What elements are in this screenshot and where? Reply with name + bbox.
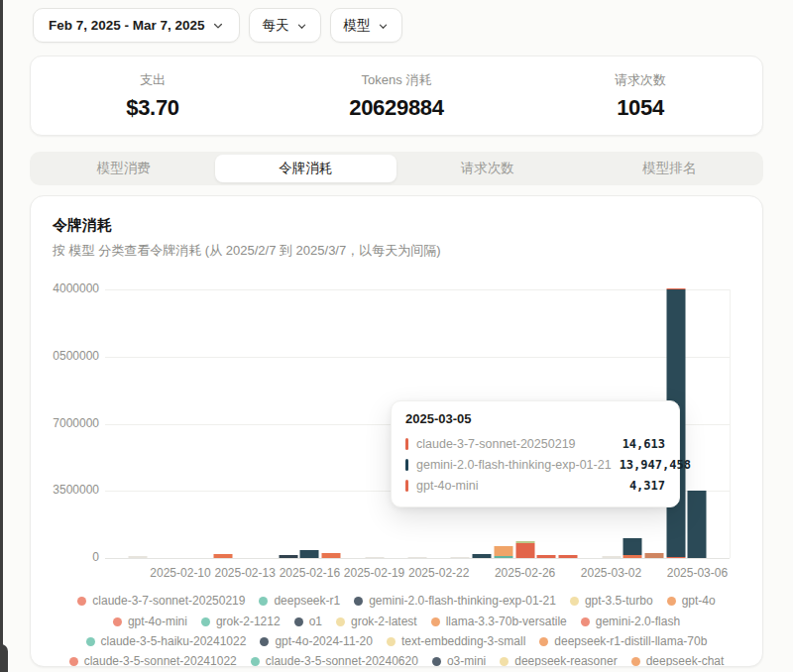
x-axis-tick-label: 2025-02-10	[150, 566, 210, 580]
bar-segment	[537, 555, 556, 558]
legend-dot-icon	[539, 637, 548, 646]
y-axis-tick-label: 7000000	[40, 416, 99, 430]
bar-segment	[279, 555, 297, 558]
legend-item[interactable]: deepseek-reasoner	[500, 652, 617, 667]
summary-stats-card: 支出 $3.70 Tokens 消耗 20629884 请求次数 1054	[30, 56, 763, 136]
legend-item[interactable]: grok-2-1212	[201, 613, 281, 631]
bar-2025-02-23[interactable]	[451, 557, 470, 558]
x-axis-tick-label: 2025-02-22	[408, 566, 469, 580]
bar-2025-03-04[interactable]	[644, 553, 663, 558]
bar-segment	[688, 491, 707, 558]
panel-title: 令牌消耗	[53, 216, 740, 235]
legend-item[interactable]: grok-2-latest	[336, 613, 417, 631]
bar-segment	[322, 553, 341, 558]
date-range-button[interactable]: Feb 7, 2025 - Mar 7, 2025	[33, 8, 240, 43]
legend-item[interactable]: llama-3.3-70b-versatile	[431, 613, 567, 631]
legend-item[interactable]: gpt-4o	[667, 592, 716, 611]
stat-spend: 支出 $3.70	[31, 71, 275, 121]
legend-item[interactable]: gemini-2.0-flash	[581, 613, 680, 631]
stat-tokens-value: 20629884	[275, 95, 518, 121]
bar-2025-02-27[interactable]	[537, 555, 556, 558]
legend-label: claude-3-7-sonnet-20250219	[92, 592, 245, 611]
bar-segment	[559, 555, 578, 558]
bar-segment	[365, 557, 384, 558]
legend-label: gpt-3.5-turbo	[585, 592, 653, 611]
legend-item[interactable]: deepseek-chat	[631, 652, 725, 667]
bar-2025-02-08[interactable]	[128, 556, 147, 558]
legend-item[interactable]: gpt-3.5-turbo	[570, 592, 653, 611]
legend-item[interactable]: claude-3-7-sonnet-20250219	[77, 592, 245, 611]
legend-row: claude-3-5-haiku-20241022gpt-4o-2024-11-…	[53, 631, 740, 651]
view-tabs: 模型消费令牌消耗请求次数模型排名	[30, 152, 763, 185]
interval-select-button[interactable]: 每天	[249, 8, 321, 43]
tooltip-row: claude-3-7-sonnet-2025021914,613	[405, 433, 665, 454]
legend-dot-icon	[667, 597, 676, 606]
stat-requests-value: 1054	[518, 95, 762, 121]
legend-dot-icon	[251, 657, 260, 666]
chevron-down-icon	[296, 21, 307, 32]
legend-label: text-embedding-3-small	[401, 632, 525, 651]
legend-item[interactable]: gpt-4o-2024-11-20	[260, 632, 373, 651]
legend-item[interactable]: gpt-4o-mini	[113, 613, 187, 631]
legend-row: gpt-4o-minigrok-2-1212o1grok-2-latestlla…	[53, 611, 740, 630]
bar-2025-02-19[interactable]	[365, 557, 384, 558]
tooltip-series-value: 4,317	[629, 479, 665, 493]
legend-label: claude-3-5-haiku-20241022	[101, 632, 247, 651]
legend-item[interactable]: deepseek-r1	[259, 592, 340, 611]
interval-label: 每天	[263, 17, 289, 35]
legend-dot-icon	[77, 597, 86, 606]
bar-segment	[602, 556, 621, 558]
x-axis-tick-label: 2025-02-13	[215, 566, 276, 580]
bar-2025-02-15[interactable]	[279, 555, 297, 558]
panel-subtitle: 按 模型 分类查看令牌消耗 (从 2025/2/7 到 2025/3/7，以每天…	[53, 242, 740, 260]
tab-model-ranking[interactable]: 模型排名	[579, 155, 761, 182]
legend-dot-icon	[336, 617, 345, 626]
bar-2025-03-06[interactable]	[688, 491, 707, 558]
legend-item[interactable]: claude-3-5-sonnet-20240620	[251, 652, 418, 667]
legend-dot-icon	[354, 597, 363, 606]
bar-segment	[623, 538, 642, 555]
tab-token-usage[interactable]: 令牌消耗	[215, 155, 397, 182]
tab-request-count[interactable]: 请求次数	[396, 155, 579, 182]
legend-dot-icon	[581, 617, 590, 626]
tooltip-row: gpt-4o-mini4,317	[405, 475, 665, 496]
legend-item[interactable]: o3-mini	[432, 652, 486, 667]
tab-model-cost[interactable]: 模型消费	[33, 155, 215, 182]
bar-2025-03-03[interactable]	[623, 538, 642, 558]
legend-dot-icon	[631, 657, 640, 666]
legend-item[interactable]: gemini-2.0-flash-thinking-exp-01-21	[354, 592, 556, 611]
tooltip-series-name: gpt-4o-mini	[416, 479, 479, 493]
legend-label: deepseek-chat	[646, 652, 725, 667]
legend-label: grok-2-1212	[216, 613, 281, 631]
legend-item[interactable]: claude-3-5-haiku-20241022	[86, 632, 247, 651]
bar-2025-02-21[interactable]	[408, 557, 427, 558]
group-by-select-button[interactable]: 模型	[330, 8, 402, 43]
bar-chart: 035000007000000050000040000002025-02-102…	[53, 274, 740, 585]
x-axis-tick-label: 2025-03-06	[667, 566, 728, 580]
legend-item[interactable]: deepseek-r1-distill-llama-70b	[539, 632, 707, 651]
stat-tokens: Tokens 消耗 20629884	[275, 71, 518, 121]
bar-2025-02-16[interactable]	[300, 550, 319, 558]
legend-item[interactable]: text-embedding-3-small	[387, 632, 525, 651]
bar-2025-02-26[interactable]	[515, 541, 534, 558]
bar-2025-02-24[interactable]	[473, 554, 492, 558]
bar-segment	[451, 557, 470, 558]
tooltip-series-name: gemini-2.0-flash-thinking-exp-01-21	[416, 458, 612, 472]
y-axis-tick-label: 3500000	[40, 483, 99, 497]
legend-label: deepseek-r1	[274, 592, 340, 611]
stat-tokens-label: Tokens 消耗	[275, 71, 518, 89]
legend-item[interactable]: o1	[294, 613, 322, 631]
bar-segment	[494, 556, 512, 558]
date-range-label: Feb 7, 2025 - Mar 7, 2025	[49, 18, 205, 33]
bar-2025-02-17[interactable]	[322, 553, 341, 558]
legend-dot-icon	[387, 637, 396, 646]
toolbar: Feb 7, 2025 - Mar 7, 2025 每天 模型	[0, 0, 793, 43]
legend-item[interactable]: claude-3-5-sonnet-20241022	[69, 652, 237, 667]
legend-dot-icon	[500, 657, 509, 666]
bar-segment	[214, 554, 233, 558]
bar-2025-02-28[interactable]	[559, 555, 578, 558]
tooltip-series-value: 13,947,458	[620, 458, 691, 472]
bar-2025-02-25[interactable]	[494, 546, 512, 558]
bar-2025-03-02[interactable]	[602, 556, 621, 558]
bar-2025-02-12[interactable]	[214, 554, 233, 558]
